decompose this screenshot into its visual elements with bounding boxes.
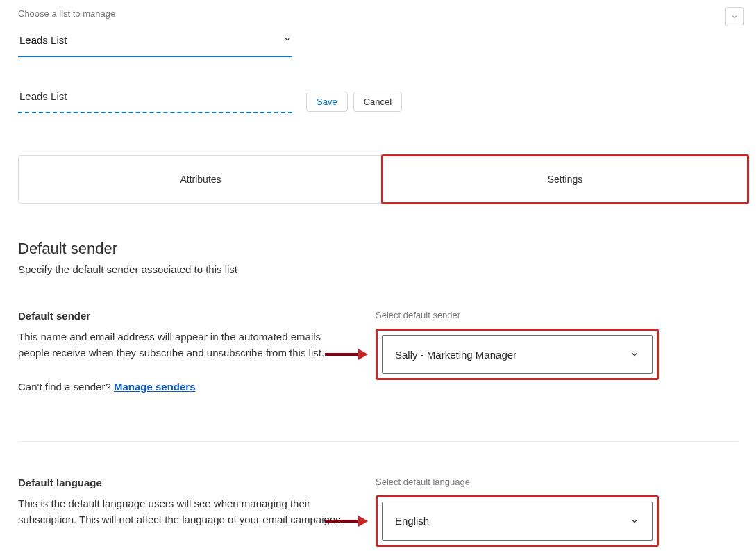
chevron-down-icon <box>630 349 639 359</box>
manage-senders-link[interactable]: Manage senders <box>114 381 196 393</box>
field-desc-sender: This name and email address will appear … <box>18 329 348 361</box>
field-title-sender: Default sender <box>18 310 348 322</box>
chevron-down-icon <box>630 516 639 526</box>
select-sender-label: Select default sender <box>376 310 738 320</box>
field-title-language: Default language <box>18 477 348 488</box>
list-select-dropdown[interactable]: Leads List <box>18 30 292 57</box>
annotation-highlight-sender: Sally - Marketing Manager <box>376 329 659 380</box>
select-language-label: Select default language <box>376 477 738 487</box>
cancel-button[interactable]: Cancel <box>353 92 402 112</box>
list-select-value: Leads List <box>19 34 67 46</box>
section-title: Default sender <box>18 240 738 258</box>
page-collapse-button[interactable] <box>725 7 744 26</box>
annotation-highlight-language: English <box>376 495 659 547</box>
default-sender-section: Default sender Specify the default sende… <box>18 240 738 547</box>
choose-list-label: Choose a list to manage <box>18 8 738 19</box>
field-desc-language: This is the default language users will … <box>18 495 348 528</box>
svg-marker-1 <box>358 349 368 360</box>
list-name-input[interactable] <box>18 90 292 113</box>
select-value: English <box>395 515 429 527</box>
save-button[interactable]: Save <box>306 92 348 112</box>
tab-bar: Attributes Settings <box>18 155 748 204</box>
chevron-down-icon <box>283 34 292 46</box>
svg-marker-3 <box>358 516 368 527</box>
default-sender-select[interactable]: Sally - Marketing Manager <box>382 335 653 374</box>
default-language-select[interactable]: English <box>382 502 653 541</box>
tab-label: Settings <box>548 174 583 185</box>
tab-attributes[interactable]: Attributes <box>19 156 383 203</box>
tab-settings[interactable]: Settings <box>381 154 749 204</box>
chevron-down-icon <box>730 13 739 21</box>
annotation-arrow-icon <box>324 513 368 529</box>
select-value: Sally - Marketing Manager <box>395 349 516 361</box>
tab-label: Attributes <box>180 174 221 185</box>
help-prefix: Can't find a sender? <box>18 381 114 393</box>
section-subtitle: Specify the default sender associated to… <box>18 263 738 275</box>
help-line: Can't find a sender? Manage senders <box>18 381 348 393</box>
section-divider <box>18 441 738 442</box>
annotation-arrow-icon <box>324 347 368 362</box>
